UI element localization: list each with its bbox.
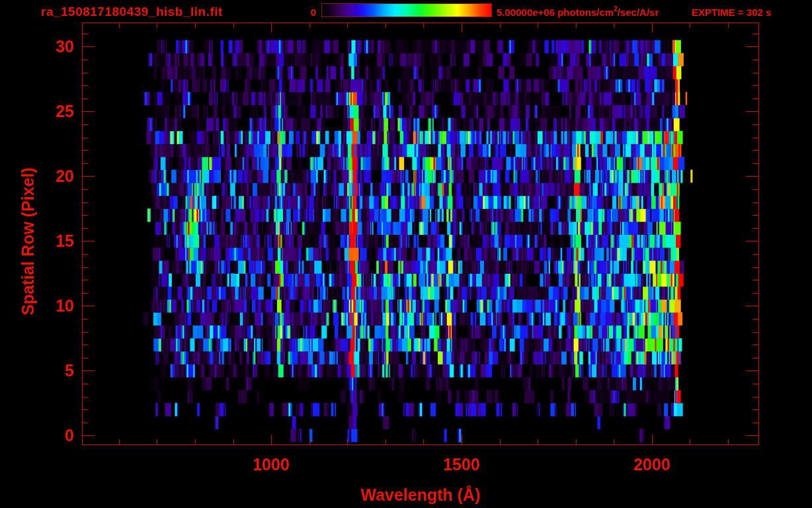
y-axis-title: Spatial Row (Pixel) — [18, 142, 38, 341]
page-title: ra_150817180439_hisb_lin.fit — [41, 5, 223, 19]
spectral-heatmap-canvas — [0, 0, 812, 508]
x-tick-label-1500: 1500 — [415, 455, 508, 474]
x-tick-label-1000: 1000 — [225, 455, 317, 474]
x-tick-label-2000: 2000 — [606, 455, 698, 474]
colorbar-min-label: 0 — [290, 7, 316, 18]
colorbar-units-suffix: /sec/A/sr — [618, 7, 659, 18]
x-axis-title: Wavelength (Å) — [321, 486, 520, 505]
colorbar-units-superscript: 2 — [614, 5, 618, 13]
y-tick-label-5: 5 — [20, 361, 74, 380]
colorbar-max-label: 5.00000e+06 photons/cm2/sec/A/sr — [497, 6, 659, 18]
y-tick-label-25: 25 — [20, 102, 74, 120]
plot-window: ra_150817180439_hisb_lin.fit 0 5.00000e+… — [0, 0, 812, 508]
colorbar-max-value: 5.00000e+06 — [497, 7, 555, 18]
colorbar-units-prefix: photons/cm — [555, 7, 614, 18]
colorbar-gradient — [321, 3, 492, 17]
y-tick-label-0: 0 — [20, 426, 74, 444]
exptime-label: EXPTIME = 302 s — [692, 7, 771, 18]
y-tick-label-30: 30 — [20, 37, 74, 56]
